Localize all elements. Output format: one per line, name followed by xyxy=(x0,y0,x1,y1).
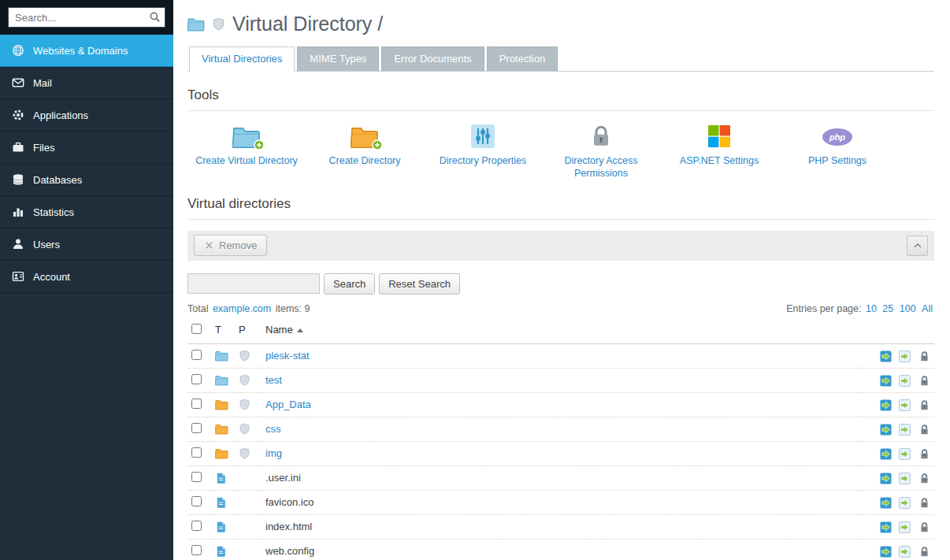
permissions-lock-icon[interactable] xyxy=(918,497,930,509)
sidebar-item-mail[interactable]: Mail xyxy=(0,67,173,99)
protection-shield-icon xyxy=(239,350,250,362)
entries-per-page: Entries per page: 10 25 100 All xyxy=(786,303,934,314)
plus-icon xyxy=(254,139,265,150)
table-row: test xyxy=(187,368,934,392)
globe-icon xyxy=(12,44,24,57)
account-card-icon xyxy=(12,270,24,283)
row-checkbox[interactable] xyxy=(191,423,202,433)
domain-link[interactable]: example.com xyxy=(213,303,271,314)
create-virtual-directory-button[interactable]: Create Virtual Directory xyxy=(187,121,306,180)
items-count-label: items: 9 xyxy=(276,303,310,314)
reset-search-button[interactable]: Reset Search xyxy=(379,273,460,295)
row-checkbox[interactable] xyxy=(191,374,202,384)
row-checkbox[interactable] xyxy=(191,399,202,409)
open-directory-icon[interactable] xyxy=(880,521,892,533)
row-checkbox[interactable] xyxy=(191,350,202,360)
column-protection: P xyxy=(235,317,262,344)
sidebar-item-files[interactable]: Files xyxy=(0,132,173,164)
tab-virtual-directories[interactable]: Virtual Directories xyxy=(189,46,295,72)
row-name-link[interactable]: test xyxy=(265,374,282,386)
protection-shield-icon xyxy=(239,374,250,386)
sidebar-item-databases[interactable]: Databases xyxy=(0,164,173,196)
permissions-lock-icon[interactable] xyxy=(918,375,930,387)
directory-properties-icon[interactable] xyxy=(899,448,911,460)
table-row: index.html xyxy=(187,514,934,539)
row-name-link[interactable]: css xyxy=(265,423,281,435)
open-directory-icon[interactable] xyxy=(880,497,892,509)
directory-properties-icon[interactable] xyxy=(899,546,911,558)
collapse-toolbar-button[interactable] xyxy=(907,235,928,256)
tab-error-documents[interactable]: Error Documents xyxy=(381,46,484,71)
entries-option-25[interactable]: 25 xyxy=(882,303,893,314)
row-checkbox[interactable] xyxy=(191,472,202,482)
permissions-lock-icon[interactable] xyxy=(918,448,930,460)
row-name-link[interactable]: img xyxy=(265,447,282,459)
tab-mime-types[interactable]: MIME Types xyxy=(297,46,379,71)
sidebar-item-account[interactable]: Account xyxy=(0,261,173,293)
tools-heading: Tools xyxy=(187,87,934,111)
sidebar-item-websites-domains[interactable]: Websites & Domains xyxy=(0,35,173,67)
search-icon[interactable] xyxy=(149,11,161,23)
open-directory-icon[interactable] xyxy=(880,424,892,436)
directory-properties-icon[interactable] xyxy=(899,399,911,411)
open-directory-icon[interactable] xyxy=(880,350,892,362)
page-title: Virtual Directory / xyxy=(232,13,383,35)
entries-option-all[interactable]: All xyxy=(922,303,933,314)
directory-properties-icon[interactable] xyxy=(899,350,911,362)
php-icon xyxy=(822,128,853,146)
remove-button[interactable]: Remove xyxy=(194,235,267,256)
directory-properties-icon[interactable] xyxy=(899,497,911,509)
filter-input[interactable] xyxy=(187,273,320,294)
permissions-lock-icon[interactable] xyxy=(918,546,930,558)
row-checkbox[interactable] xyxy=(191,496,202,506)
column-name[interactable]: Name xyxy=(262,317,859,344)
open-directory-icon[interactable] xyxy=(880,375,892,387)
directory-properties-icon[interactable] xyxy=(899,375,911,387)
sidebar-item-label: Users xyxy=(33,239,60,250)
sidebar: Websites & Domains Mail Applications Fil… xyxy=(0,0,173,560)
permissions-lock-icon[interactable] xyxy=(918,473,930,484)
row-checkbox[interactable] xyxy=(191,521,202,531)
sidebar-item-label: Files xyxy=(33,142,54,154)
sidebar-item-users[interactable]: Users xyxy=(0,228,173,261)
php-settings-button[interactable]: PHP Settings xyxy=(778,121,896,180)
row-name-link[interactable]: App_Data xyxy=(265,399,311,410)
sidebar-item-label: Statistics xyxy=(33,206,74,218)
permissions-lock-icon[interactable] xyxy=(918,399,930,411)
search-input[interactable] xyxy=(8,7,165,28)
permissions-lock-icon[interactable] xyxy=(918,521,930,533)
aspnet-settings-button[interactable]: ASP.NET Settings xyxy=(660,121,778,180)
open-directory-icon[interactable] xyxy=(880,546,892,558)
row-checkbox[interactable] xyxy=(191,447,202,458)
directory-properties-icon[interactable] xyxy=(899,473,911,484)
entries-option-100[interactable]: 100 xyxy=(900,303,916,314)
open-directory-icon[interactable] xyxy=(880,473,892,484)
select-all-checkbox[interactable] xyxy=(191,324,202,334)
protection-shield-icon xyxy=(239,447,250,459)
folder-icon xyxy=(215,423,228,435)
permissions-lock-icon[interactable] xyxy=(918,424,930,436)
table-header-row: T P Name xyxy=(187,317,934,344)
entries-option-10[interactable]: 10 xyxy=(866,303,877,314)
open-directory-icon[interactable] xyxy=(880,399,892,411)
directory-access-permissions-button[interactable]: Directory Access Permissions xyxy=(542,121,660,180)
list-toolbar: Remove xyxy=(187,231,934,261)
directory-properties-icon[interactable] xyxy=(899,521,911,533)
list-summary-top: Total example.com items: 9 Entries per p… xyxy=(187,303,934,314)
shield-icon xyxy=(212,17,225,31)
padlock-icon xyxy=(588,124,614,149)
create-directory-button[interactable]: Create Directory xyxy=(306,121,424,180)
sidebar-item-statistics[interactable]: Statistics xyxy=(0,196,173,228)
tab-protection[interactable]: Protection xyxy=(487,46,558,71)
directory-properties-icon[interactable] xyxy=(899,424,911,436)
sidebar-item-applications[interactable]: Applications xyxy=(0,99,173,132)
row-name-link[interactable]: plesk-stat xyxy=(265,350,310,362)
directory-properties-button[interactable]: Directory Properties xyxy=(424,121,542,180)
row-checkbox[interactable] xyxy=(191,545,202,555)
total-items-text: Total example.com items: 9 xyxy=(187,303,310,314)
mail-icon xyxy=(12,76,24,89)
search-button[interactable]: Search xyxy=(324,273,375,295)
permissions-lock-icon[interactable] xyxy=(918,350,930,362)
sidebar-item-label: Applications xyxy=(33,109,88,121)
open-directory-icon[interactable] xyxy=(880,448,892,460)
